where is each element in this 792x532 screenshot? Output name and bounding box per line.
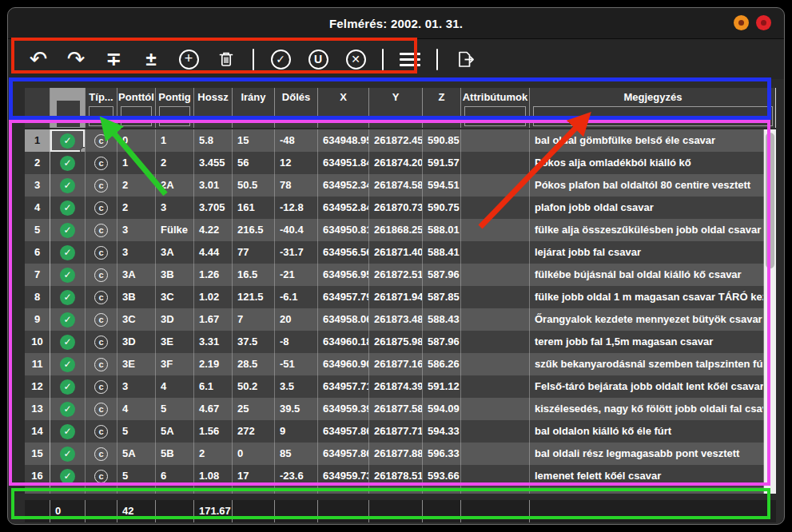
row-number-cell[interactable]: 8 <box>25 286 50 308</box>
row-check-cell[interactable]: ✓ <box>50 197 86 219</box>
cell-hossz[interactable]: 4.44 <box>194 241 233 264</box>
cell-irany[interactable]: 272 <box>233 420 275 443</box>
cell-y[interactable]: 261873.48 <box>369 308 423 331</box>
cell-megjegyzes[interactable]: Pókos alja omladékból kiálló kő <box>530 152 764 174</box>
cell-attributumok[interactable] <box>461 420 530 443</box>
cell-y[interactable]: 261877.16 <box>369 353 423 375</box>
row-number-cell[interactable]: 3 <box>25 174 50 197</box>
cell-hossz[interactable]: 6.1 <box>194 375 233 398</box>
cell-megjegyzes[interactable]: szűk bekanyarodásnál szemben talpszinten… <box>530 353 764 375</box>
cell-ponttol[interactable]: 5A <box>117 443 156 465</box>
cell-z[interactable]: 587.85 <box>423 286 461 308</box>
ponttol-filter-input[interactable] <box>121 106 152 126</box>
cell-megjegyzes[interactable]: fülke alja összeszűkülésben jobb oldal c… <box>530 219 764 241</box>
redo-button[interactable]: ↷ <box>65 47 87 71</box>
cell-z[interactable]: 591.57 <box>423 152 461 174</box>
cell-doles[interactable]: 9 <box>275 420 318 443</box>
cell-doles[interactable]: -21 <box>275 264 318 286</box>
cell-z[interactable]: 591.12 <box>423 375 461 398</box>
row-type-cell[interactable]: c <box>86 398 117 420</box>
row-check-cell[interactable]: ✓ <box>50 264 86 286</box>
cell-z[interactable]: 596.33 <box>423 443 461 465</box>
cell-y[interactable]: 261871.40 <box>369 241 423 264</box>
cell-z[interactable]: 593.66 <box>423 465 461 487</box>
cell-doles[interactable]: 3.5 <box>275 375 318 398</box>
row-number-cell[interactable]: 5 <box>25 219 50 241</box>
row-check-cell[interactable]: ✓ <box>50 152 86 174</box>
row-check-cell[interactable]: ✓ <box>50 286 86 308</box>
insert-row-below-button[interactable]: ± <box>140 47 162 71</box>
cell-x[interactable]: 634960.90 <box>318 353 369 375</box>
cell-x[interactable]: 634952.84 <box>318 197 369 219</box>
row-type-cell[interactable]: c <box>86 331 117 353</box>
cell-pontig[interactable]: 5A <box>156 420 194 443</box>
scrollbar-thumb[interactable] <box>766 133 774 268</box>
cell-irany[interactable]: 7 <box>233 308 275 331</box>
row-check-cell[interactable]: ✓ <box>50 398 86 420</box>
cell-pontig[interactable]: 5B <box>156 443 194 465</box>
col-megjegyzes-header[interactable]: Megjegyzés <box>530 88 776 128</box>
col-type-header[interactable]: Típ... <box>86 88 117 128</box>
row-type-cell[interactable]: c <box>86 152 117 174</box>
cell-attributumok[interactable] <box>461 375 530 398</box>
cell-pontig[interactable]: 2 <box>156 152 194 174</box>
cell-ponttol[interactable]: 5 <box>117 465 156 487</box>
cell-doles[interactable]: -40.4 <box>275 219 318 241</box>
row-number-cell[interactable]: 16 <box>25 465 50 487</box>
cell-pontig[interactable]: 6 <box>156 465 194 487</box>
cell-y[interactable]: 261871.94 <box>369 286 423 308</box>
cell-attributumok[interactable] <box>461 398 530 420</box>
cell-megjegyzes[interactable]: lemenet felett kőél csavar <box>530 465 764 487</box>
cell-z[interactable]: 586.26 <box>423 353 461 375</box>
cell-x[interactable]: 634960.18 <box>318 331 369 353</box>
pontig-filter-input[interactable] <box>159 106 190 126</box>
vertical-scrollbar[interactable] <box>764 129 776 494</box>
cell-y[interactable]: 261875.98 <box>369 331 423 353</box>
col-attributumok-header[interactable]: Attribútumok <box>461 88 530 128</box>
cell-z[interactable]: 594.09 <box>423 398 461 420</box>
cell-y[interactable]: 261874.39 <box>369 375 423 398</box>
cell-attributumok[interactable] <box>461 308 530 331</box>
cell-irany[interactable]: 161 <box>233 197 275 219</box>
cell-attributumok[interactable] <box>461 264 530 286</box>
row-number-cell[interactable]: 6 <box>25 241 50 264</box>
cell-hossz[interactable]: 4.22 <box>194 219 233 241</box>
cell-irany[interactable]: 56 <box>233 152 275 174</box>
cell-doles[interactable]: -48 <box>275 129 318 152</box>
cell-irany[interactable]: 15 <box>233 129 275 152</box>
cell-x[interactable]: 634956.95 <box>318 264 369 286</box>
cell-hossz[interactable]: 1.67 <box>194 308 233 331</box>
row-number-cell[interactable]: 13 <box>25 398 50 420</box>
cell-hossz[interactable]: 3.31 <box>194 331 233 353</box>
cell-attributumok[interactable] <box>461 331 530 353</box>
cell-irany[interactable]: 216.5 <box>233 219 275 241</box>
cell-attributumok[interactable] <box>461 443 530 465</box>
row-number-cell[interactable]: 4 <box>25 197 50 219</box>
col-hossz-header[interactable]: Hossz <box>194 88 233 128</box>
cell-irany[interactable]: 25 <box>233 398 275 420</box>
cell-x[interactable]: 634957.71 <box>318 375 369 398</box>
cell-pontig[interactable]: 3C <box>156 286 194 308</box>
row-number-cell[interactable]: 11 <box>25 353 50 375</box>
cell-ponttol[interactable]: 2 <box>117 174 156 197</box>
row-type-cell[interactable]: c <box>86 286 117 308</box>
row-check-cell[interactable]: ✓ <box>50 420 86 443</box>
cell-y[interactable]: 261874.20 <box>369 152 423 174</box>
cell-attributumok[interactable] <box>461 197 530 219</box>
cell-doles[interactable]: -23.6 <box>275 465 318 487</box>
cell-hossz[interactable]: 3.01 <box>194 174 233 197</box>
cell-doles[interactable]: -31.7 <box>275 241 318 264</box>
cell-megjegyzes[interactable]: bal oldali rész legmagasabb pont vesztet… <box>530 443 764 465</box>
row-check-cell[interactable]: ✓ <box>50 308 86 331</box>
cell-irany[interactable]: 37.5 <box>233 331 275 353</box>
cell-megjegyzes[interactable]: Pókos plafon bal oldaltól 80 centire ves… <box>530 174 764 197</box>
orange-record-button[interactable] <box>734 15 749 30</box>
row-number-cell[interactable]: 9 <box>25 308 50 331</box>
cell-x[interactable]: 634959.39 <box>318 398 369 420</box>
cell-y[interactable]: 261874.58 <box>369 174 423 197</box>
row-number-cell[interactable]: 10 <box>25 331 50 353</box>
cell-attributumok[interactable] <box>461 241 530 264</box>
row-check-cell[interactable]: ✓ <box>50 375 86 398</box>
cell-z[interactable]: 594.51 <box>423 174 461 197</box>
cell-irany[interactable]: 77 <box>233 241 275 264</box>
